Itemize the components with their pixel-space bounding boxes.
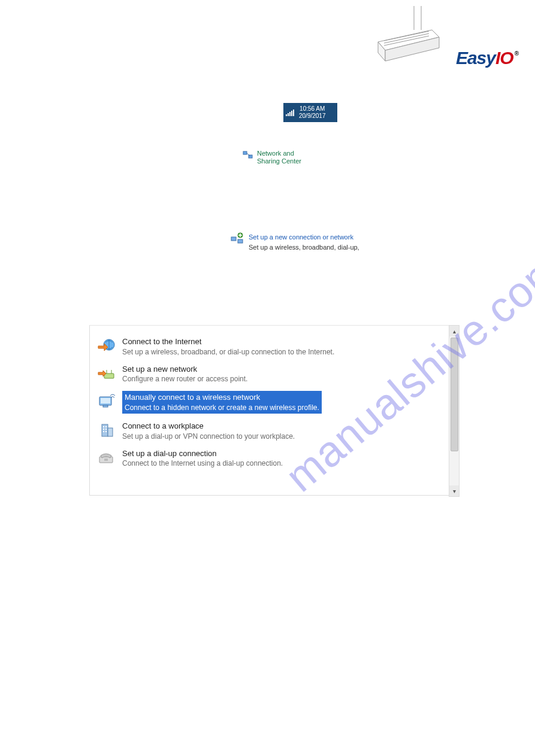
svg-rect-29 xyxy=(105,431,107,432)
system-tray[interactable]: 10:56 AM 20/9/2017 xyxy=(283,103,337,122)
building-icon xyxy=(97,421,116,440)
svg-rect-20 xyxy=(101,398,110,403)
connection-options-panel: Connect to the Internet Set up a wireles… xyxy=(89,325,449,496)
setup-connection-title: Set up a new connection or network xyxy=(249,232,359,242)
option-title: Connect to the Internet xyxy=(122,336,334,347)
option-manual-wireless[interactable]: Manually connect to a wireless network C… xyxy=(96,387,443,417)
svg-rect-26 xyxy=(103,429,104,430)
brand-registered: ® xyxy=(515,50,518,57)
network-sharing-label: Network and Sharing Center xyxy=(257,150,317,165)
tray-date: 20/9/2017 xyxy=(299,113,326,120)
scroll-up-arrow[interactable]: ▴ xyxy=(449,326,459,336)
tray-clock[interactable]: 10:56 AM 20/9/2017 xyxy=(299,105,326,120)
wifi-signal-icon[interactable] xyxy=(286,109,294,116)
tray-time: 10:56 AM xyxy=(299,105,326,113)
svg-rect-10 xyxy=(231,237,236,241)
option-title: Set up a new network xyxy=(122,364,247,375)
option-sub: Set up a wireless, broadband, or dial-up… xyxy=(122,347,334,357)
setup-connection-link[interactable]: Set up a new connection or network Set u… xyxy=(231,232,359,252)
globe-arrow-icon xyxy=(97,336,116,356)
scroll-down-arrow[interactable]: ▾ xyxy=(449,485,459,496)
page-header: EasyIO® xyxy=(372,6,517,68)
network-sharing-link[interactable]: Network and Sharing Center xyxy=(243,150,317,165)
option-title: Set up a dial-up connection xyxy=(122,448,283,459)
device-illustration xyxy=(372,6,444,68)
setup-connection-icon xyxy=(231,232,244,247)
brand-logo: EasyIO® xyxy=(456,48,517,68)
setup-connection-sub: Set up a wireless, broadband, dial-up, xyxy=(249,242,359,253)
option-sub: Configure a new router or access point. xyxy=(122,374,247,384)
svg-rect-11 xyxy=(238,239,243,243)
option-title: Connect to a workplace xyxy=(122,421,295,432)
svg-rect-25 xyxy=(105,426,107,427)
option-sub: Connect to the Internet using a dial-up … xyxy=(122,459,283,468)
router-arrow-icon xyxy=(97,364,116,383)
svg-rect-8 xyxy=(243,151,247,154)
option-new-network[interactable]: Set up a new network Configure a new rou… xyxy=(96,360,443,388)
svg-rect-31 xyxy=(104,459,108,461)
option-connect-internet[interactable]: Connect to the Internet Set up a wireles… xyxy=(96,333,443,360)
svg-rect-28 xyxy=(103,431,104,432)
option-sub: Set up a dial-up or VPN connection to yo… xyxy=(122,432,295,441)
monitor-wifi-icon xyxy=(97,391,116,410)
option-title: Manually connect to a wireless network xyxy=(125,392,319,403)
scroll-thumb[interactable] xyxy=(451,338,458,451)
scrollbar[interactable]: ▴ ▾ xyxy=(449,325,460,497)
option-sub: Connect to a hidden network or create a … xyxy=(125,403,319,412)
option-workplace[interactable]: Connect to a workplace Set up a dial-up … xyxy=(96,417,443,445)
svg-rect-24 xyxy=(103,426,104,427)
svg-rect-22 xyxy=(102,424,108,436)
phone-modem-icon xyxy=(97,448,116,467)
network-sharing-icon xyxy=(243,150,253,162)
svg-rect-27 xyxy=(105,429,107,430)
svg-rect-21 xyxy=(103,405,108,407)
svg-rect-23 xyxy=(108,428,113,436)
brand-io: IO xyxy=(495,48,513,68)
option-dialup[interactable]: Set up a dial-up connection Connect to t… xyxy=(96,445,443,472)
brand-easy: Easy xyxy=(456,48,495,68)
